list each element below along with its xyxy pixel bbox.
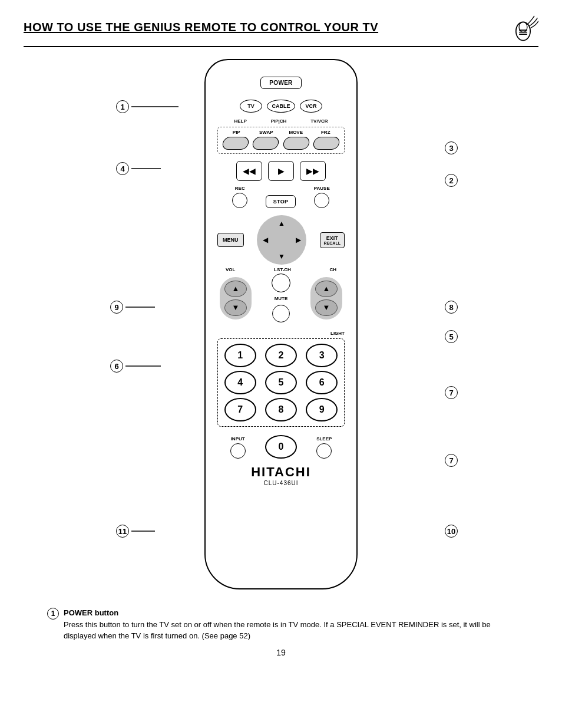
callout-6: 6 [110,360,161,373]
sleep-label: SLEEP [316,436,332,442]
callout-4: 4 [116,162,161,175]
remote-icon [508,12,538,42]
svg-point-1 [519,22,527,32]
pause-item: PAUSE [314,186,330,208]
sleep-button[interactable] [316,443,332,459]
cable-button[interactable]: CABLE [267,100,295,113]
num-5-button[interactable]: 5 [265,371,297,394]
rec-button[interactable] [232,193,247,208]
num-8-button[interactable]: 8 [265,398,297,421]
page-title: HOW TO USE THE GENIUS REMOTE TO CONTROL … [24,21,378,34]
brand-section: HITACHI CLU-436UI [217,465,345,486]
move-label: MOVE [283,130,309,135]
pip-button[interactable] [222,137,250,150]
pip-labels-row: PIP SWAP MOVE FRZ [222,130,340,135]
callout-8: 8 [445,301,458,314]
desc-text-1: POWER button Press this button to turn t… [64,607,515,642]
help-row: HELP PIP|CH TV/VCR [217,118,345,124]
callout-2: 2 [445,174,458,187]
transport-section: ◀◀ ▶ ▶▶ [217,161,345,181]
pip-ch-label: PIP|CH [271,118,287,124]
vol-ch-labels: VOL LST-CH CH [217,267,345,272]
callout-circle-9: 9 [110,301,123,314]
source-section: TV CABLE VCR [217,100,345,113]
vol-up-button[interactable]: ▲ [224,281,247,297]
svg-rect-2 [519,29,527,31]
ch-paddle: ▲ ▼ [310,277,342,319]
ch-up-button[interactable]: ▲ [315,281,338,297]
desc-number-1: 1 [47,608,59,620]
exit-label: EXIT [326,235,338,241]
nav-down-button[interactable]: ▼ [278,252,285,261]
callout-7a: 7 [445,386,458,399]
light-label-area: LIGHT [217,331,345,336]
swap-button[interactable] [252,137,280,150]
num-3-button[interactable]: 3 [306,344,338,367]
num-4-button[interactable]: 4 [224,371,256,394]
callout-circle-10: 10 [445,525,458,538]
nav-up-button[interactable]: ▲ [278,219,285,228]
num-9-button[interactable]: 9 [306,398,338,421]
power-button[interactable]: POWER [260,77,301,89]
rec-label: REC [235,186,245,191]
exit-button[interactable]: EXIT RECALL [320,232,345,248]
numpad-grid: 1 2 3 4 5 6 7 8 9 [222,344,340,421]
pip-section: PIP SWAP MOVE FRZ [217,127,345,154]
desc-body-1: Press this button to turn the TV set on … [64,620,491,641]
rewind-button[interactable]: ◀◀ [236,161,262,181]
callout-5: 5 [445,330,458,343]
callout-circle-3: 3 [445,141,458,154]
desc-item-1: 1 POWER button Press this button to turn… [47,607,515,642]
stop-item: STOP [266,195,296,208]
power-section: POWER [217,77,345,89]
lstch-button[interactable] [272,274,290,292]
num-2-button[interactable]: 2 [265,344,297,367]
stop-button[interactable]: STOP [266,195,296,208]
pip-label: PIP [223,130,249,135]
nav-right-button[interactable]: ▶ [296,236,301,244]
num-0-button[interactable]: 0 [265,435,297,459]
callout-circle-5: 5 [445,330,458,343]
help-label: HELP [234,118,246,124]
bottom-section: INPUT 0 SLEEP [217,435,345,459]
middle-controls: MUTE [272,274,290,322]
vol-down-button[interactable]: ▼ [224,299,247,316]
callout-circle-11: 11 [116,525,129,538]
tv-button[interactable]: TV [240,100,262,113]
pip-buttons-row [222,137,340,150]
remote-body: POWER TV CABLE VCR HELP PIP|CH TV/VCR [204,59,358,589]
callout-1: 1 [116,100,178,113]
nav-left-button[interactable]: ◀ [263,236,268,244]
num-1-button[interactable]: 1 [224,344,256,367]
pause-button[interactable] [314,193,329,208]
num-7-button[interactable]: 7 [224,398,256,421]
menu-button[interactable]: MENU [217,233,244,247]
ch-down-button[interactable]: ▼ [315,299,338,316]
vcr-button[interactable]: VCR [300,100,322,113]
callout-circle-4: 4 [116,162,129,175]
fastforward-button[interactable]: ▶▶ [300,161,326,181]
vcm-section: ▲ ▼ MUTE ▲ ▼ [217,274,345,322]
play-button[interactable]: ▶ [268,161,294,181]
frz-button[interactable] [312,137,340,150]
input-button[interactable] [230,443,246,459]
input-label: INPUT [231,436,245,442]
mute-button[interactable] [272,305,290,322]
remote-diagram-area: 1 2 3 4 5 6 [24,59,538,589]
svg-rect-4 [519,34,527,35]
callout-7b: 7 [445,454,458,467]
desc-title-1: POWER button [64,608,118,617]
callout-11: 11 [116,525,155,538]
frz-label: FRZ [313,130,339,135]
brand-name: HITACHI [217,465,345,480]
num-6-button[interactable]: 6 [306,371,338,394]
vol-paddle: ▲ ▼ [220,277,252,319]
rsp-section: REC STOP PAUSE [217,186,345,208]
callout-circle-1: 1 [116,100,129,113]
zero-item: 0 [265,435,297,459]
lstch-label: LST-CH [274,267,291,272]
callout-9: 9 [110,301,155,314]
move-button[interactable] [282,137,310,150]
page-container: HOW TO USE THE GENIUS REMOTE TO CONTROL … [0,0,562,675]
numpad-section: 1 2 3 4 5 6 7 8 9 [217,338,345,427]
